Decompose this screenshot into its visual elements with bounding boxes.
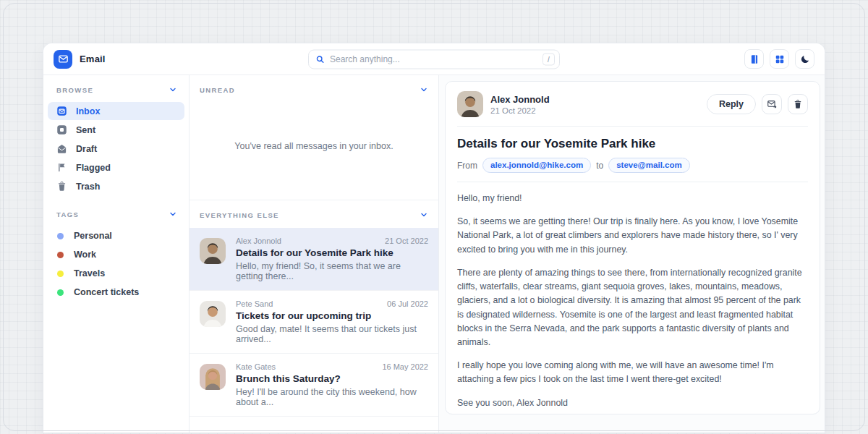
app-content: BROWSE Inbox Sent Draft <box>43 75 825 433</box>
brand: Email <box>54 50 106 69</box>
mail-date: 21 Oct 2022 <box>385 237 428 245</box>
mail-preview: Hello, my friend! So, it seems that we a… <box>236 261 428 281</box>
unread-label: UNREAD <box>200 86 235 94</box>
divider <box>457 126 808 127</box>
to-address-chip[interactable]: steve@mail.com <box>608 158 689 173</box>
book-icon <box>749 54 760 64</box>
browse-section-header: BROWSE <box>43 85 189 94</box>
mail-list-column: UNREAD You've read all messages in your … <box>190 75 439 433</box>
tag-dot <box>57 233 64 239</box>
app-title: Email <box>80 54 106 64</box>
tags-label: TAGS <box>56 210 79 218</box>
unread-section-header: UNREAD <box>190 75 438 94</box>
avatar <box>200 238 226 264</box>
mail-forward-icon <box>767 99 777 109</box>
forward-mail-button[interactable] <box>762 94 782 114</box>
draft-icon <box>56 143 67 154</box>
sidebar-item-label: Sent <box>76 125 95 135</box>
trash-icon <box>793 99 803 109</box>
avatar <box>457 91 483 117</box>
detail-actions: Reply <box>707 94 808 114</box>
flag-icon <box>56 162 67 173</box>
sent-icon <box>56 124 67 135</box>
inbox-icon <box>56 106 67 116</box>
mail-paragraph: So, it seems we are getting there! Our t… <box>457 215 808 257</box>
sidebar-item-label: Draft <box>76 144 97 154</box>
tag-item-concert-tickets[interactable]: Concert tickets <box>43 283 189 302</box>
from-to-row: From alex.jonnold@hike.com to steve@mail… <box>457 158 808 173</box>
sidebar-item-label: Trash <box>76 182 100 192</box>
to-label: to <box>596 161 603 171</box>
detail-header: Alex Jonnold 21 Oct 2022 Reply <box>457 91 808 117</box>
everything-else-label: EVERYTHING ELSE <box>200 211 279 219</box>
tag-item-work[interactable]: Work <box>43 245 189 264</box>
mail-paragraph: I really hope you love coming along with… <box>457 359 808 386</box>
topbar: Email / <box>43 43 825 75</box>
mail-sender: Pete Sand <box>236 299 273 308</box>
from-address-chip[interactable]: alex.jonnold@hike.com <box>482 158 591 173</box>
search-box[interactable]: / <box>308 49 560 69</box>
mail-preview: Good day, mate! It seems that our ticket… <box>236 324 428 344</box>
browse-label: BROWSE <box>56 86 93 94</box>
tag-dot <box>57 289 64 296</box>
avatar <box>200 364 226 390</box>
tag-item-travels[interactable]: Travels <box>43 264 189 283</box>
sidebar-item-label: Inbox <box>76 106 100 116</box>
mail-list-item-1[interactable]: Alex Jonnold 21 Oct 2022 Details for our… <box>190 228 438 291</box>
sidebar-item-label: Flagged <box>76 163 111 173</box>
mail-paragraph: There are plenty of amazing things to se… <box>457 266 808 349</box>
book-button[interactable] <box>744 49 764 69</box>
tag-dot <box>57 252 64 258</box>
mail-sender: Alex Jonnold <box>236 237 281 245</box>
sidebar-item-sent[interactable]: Sent <box>48 121 184 139</box>
mail-list-item-2[interactable]: Pete Sand 06 Jul 2022 Tickets for our up… <box>190 291 438 354</box>
delete-mail-button[interactable] <box>788 94 808 114</box>
mail-sender: Kate Gates <box>236 362 276 371</box>
sidebar-item-trash[interactable]: Trash <box>48 177 184 195</box>
detail-date: 21 Oct 2022 <box>490 106 550 115</box>
sidebar-item-draft[interactable]: Draft <box>48 140 184 158</box>
chevron-down-icon[interactable] <box>169 85 177 94</box>
trash-icon <box>56 181 67 192</box>
tag-dot <box>57 271 64 277</box>
mail-date: 16 May 2022 <box>382 362 428 371</box>
tag-label: Concert tickets <box>74 287 139 297</box>
sidebar-item-inbox[interactable]: Inbox <box>48 102 184 120</box>
search-icon <box>315 54 325 64</box>
mail-subject: Brunch this Saturday? <box>236 373 428 384</box>
mail-detail-area: Alex Jonnold 21 Oct 2022 Reply <box>439 75 825 433</box>
tag-label: Travels <box>74 268 105 278</box>
tag-item-personal[interactable]: Personal <box>43 226 189 245</box>
grid-icon <box>775 54 785 64</box>
sidebar: BROWSE Inbox Sent Draft <box>43 75 190 433</box>
tag-label: Personal <box>74 231 112 241</box>
divider <box>457 182 808 182</box>
tags-section: TAGS Personal Work Travels Concer <box>43 210 189 302</box>
unread-section: UNREAD You've read all messages in your … <box>190 75 438 200</box>
mail-detail-card: Alex Jonnold 21 Oct 2022 Reply <box>445 81 820 414</box>
mail-subject-title: Details for our Yosemite Park hike <box>457 137 808 151</box>
mail-subject: Details for our Yosemite Park hike <box>236 247 428 258</box>
mail-paragraph: See you soon, Alex Jonnold <box>457 396 808 410</box>
tag-label: Work <box>74 250 96 260</box>
email-logo-icon <box>54 50 72 69</box>
everything-else-section-header: EVERYTHING ELSE <box>190 200 438 228</box>
unread-empty-state: You've read all messages in your inbox. <box>190 141 438 151</box>
grid-button[interactable] <box>770 49 789 69</box>
mail-list-item-3[interactable]: Kate Gates 16 May 2022 Brunch this Satur… <box>190 354 438 417</box>
mail-date: 06 Jul 2022 <box>387 299 428 308</box>
avatar <box>200 301 226 327</box>
mail-paragraph: Hello, my friend! <box>457 192 808 205</box>
sidebar-item-flagged[interactable]: Flagged <box>48 158 184 176</box>
topbar-actions <box>744 49 814 69</box>
reply-button[interactable]: Reply <box>707 94 756 114</box>
chevron-down-icon[interactable] <box>169 210 177 218</box>
chevron-down-icon[interactable] <box>420 210 428 219</box>
mail-subject: Tickets for our upcoming trip <box>236 310 428 321</box>
chevron-down-icon[interactable] <box>420 85 428 94</box>
dark-mode-button[interactable] <box>795 49 814 69</box>
from-label: From <box>457 161 477 171</box>
email-app-window: Email / <box>43 43 825 433</box>
search-input[interactable] <box>330 54 537 64</box>
moon-icon <box>800 54 810 64</box>
